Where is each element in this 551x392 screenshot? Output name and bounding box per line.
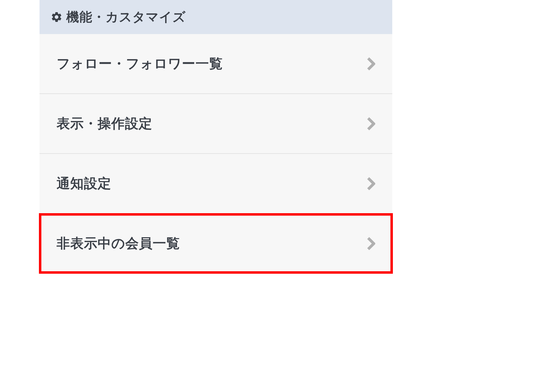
- chevron-right-icon: [367, 177, 375, 190]
- menu-item-display-operation-settings[interactable]: 表示・操作設定: [40, 94, 392, 154]
- section-title: 機能・カスタマイズ: [66, 9, 186, 26]
- menu-item-label: 表示・操作設定: [57, 115, 152, 133]
- menu-item-label: フォロー・フォロワー一覧: [57, 55, 223, 73]
- gear-icon: [50, 11, 63, 23]
- menu-item-notification-settings[interactable]: 通知設定: [40, 154, 392, 214]
- chevron-right-icon: [367, 117, 375, 130]
- chevron-right-icon: [367, 237, 375, 250]
- section-header: 機能・カスタマイズ: [40, 0, 392, 34]
- menu-item-label: 非表示中の会員一覧: [57, 234, 180, 252]
- menu-item-follow-follower-list[interactable]: フォロー・フォロワー一覧: [40, 34, 392, 94]
- menu-item-label: 通知設定: [57, 175, 111, 193]
- settings-panel: 機能・カスタマイズ フォロー・フォロワー一覧 表示・操作設定 通知設定 非表示中…: [40, 0, 392, 273]
- chevron-right-icon: [367, 57, 375, 71]
- menu-item-hidden-members-list[interactable]: 非表示中の会員一覧: [40, 214, 392, 273]
- menu-list: フォロー・フォロワー一覧 表示・操作設定 通知設定 非表示中の会員一覧: [40, 34, 392, 273]
